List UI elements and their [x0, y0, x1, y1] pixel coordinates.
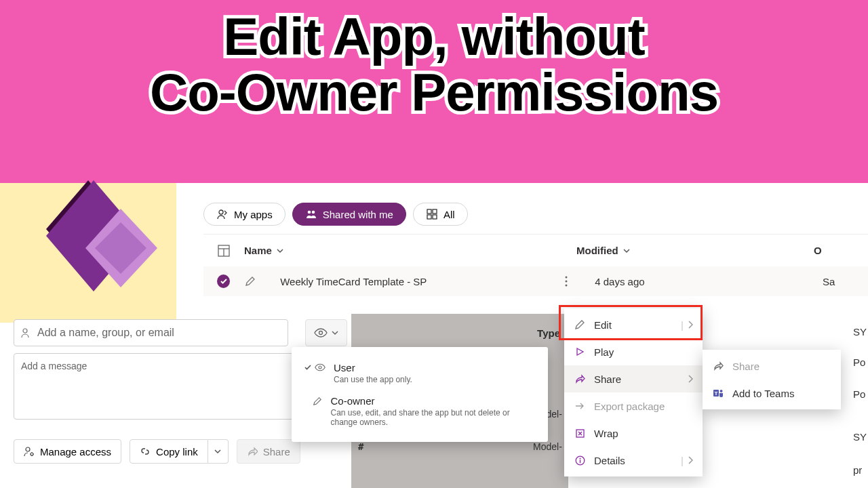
svg-rect-8 [433, 209, 437, 214]
play-icon [574, 346, 586, 358]
svg-point-18 [319, 331, 323, 335]
svg-point-6 [311, 211, 315, 214]
column-name-header[interactable]: Name [244, 245, 576, 256]
layout-icon [218, 245, 230, 257]
ctx-share-label: Share [594, 373, 621, 385]
ctx-play[interactable]: Play [564, 338, 703, 365]
app-table-row[interactable]: Weekly TimeCard Template - SP 4 days ago… [203, 266, 868, 296]
message-counter: 0 / 500 [14, 422, 334, 432]
people-icon [305, 208, 317, 220]
teams-icon: T [712, 387, 724, 399]
ctx-details-label: Details [594, 455, 625, 466]
svg-rect-10 [433, 215, 437, 219]
chevron-down-icon [623, 247, 631, 255]
hero-title: Edit App, without Co-Owner Permissions [0, 0, 868, 121]
filter-my-apps[interactable]: My apps [203, 203, 285, 226]
app-type-model2: Model- [533, 441, 562, 452]
role-user-title: User [334, 362, 412, 373]
ctx-edit[interactable]: Edit | [564, 311, 703, 338]
role-dropdown-button[interactable] [305, 319, 347, 346]
owner-stub: Po [853, 388, 865, 400]
share-arrow-icon [247, 446, 258, 457]
column-select-header[interactable] [203, 245, 244, 257]
owner-stub: Po [853, 357, 865, 368]
role-user-option[interactable]: User Can use the app only. [292, 357, 548, 390]
manage-access-label: Manage access [40, 446, 111, 458]
share-button-disabled: Share [237, 439, 300, 464]
svg-point-17 [23, 329, 27, 333]
chevron-down-icon [332, 330, 338, 336]
export-icon [574, 400, 586, 412]
edit-pencil-icon[interactable] [245, 276, 256, 287]
submenu-share[interactable]: Share [703, 352, 841, 380]
row-selected-indicator[interactable] [217, 274, 230, 288]
submenu-share-label: Share [732, 361, 760, 372]
eye-icon [314, 328, 328, 338]
add-people-placeholder: Add a name, group, or email [37, 327, 174, 339]
ctx-edit-label: Edit [594, 319, 612, 331]
copy-link-caret[interactable] [208, 439, 229, 464]
submenu-add-teams-label: Add to Teams [732, 388, 794, 399]
copy-link-split-button: Copy link [130, 439, 229, 464]
app-modified-cell: 4 days ago [595, 276, 823, 287]
svg-rect-9 [427, 215, 431, 219]
app-name-cell: Weekly TimeCard Template - SP [280, 276, 565, 287]
hero-line1: Edit App, without [223, 7, 644, 66]
svg-point-14 [566, 277, 568, 279]
svg-rect-7 [427, 209, 431, 214]
column-modified-label: Modified [576, 245, 618, 256]
hero-banner: Edit App, without Co-Owner Permissions [0, 0, 868, 183]
message-textarea[interactable]: Add a message [14, 353, 334, 420]
owner-stub: SY [853, 431, 867, 443]
chevron-right-icon [688, 456, 693, 464]
svg-point-4 [219, 210, 223, 214]
svg-text:T: T [715, 390, 718, 396]
link-icon [140, 446, 151, 457]
row-more-actions[interactable] [565, 276, 568, 287]
share-icon [574, 373, 586, 385]
svg-point-27 [579, 458, 580, 459]
powerapps-logo [41, 174, 163, 309]
column-modified-header[interactable]: Modified [576, 245, 814, 256]
ctx-play-label: Play [594, 346, 614, 358]
role-coowner-subtitle: Can use, edit, and share the app but not… [330, 408, 536, 427]
filter-all[interactable]: All [413, 203, 468, 226]
svg-point-31 [720, 390, 723, 392]
filter-shared-label: Shared with me [323, 209, 393, 220]
share-button-label: Share [263, 446, 290, 458]
share-actions-row: Manage access Copy link Share [14, 439, 300, 464]
ctx-share[interactable]: Share [564, 365, 703, 392]
chevron-down-icon [214, 449, 221, 454]
submenu-add-to-teams[interactable]: T Add to Teams [703, 380, 841, 407]
svg-point-24 [319, 366, 321, 369]
add-people-input[interactable]: Add a name, group, or email [14, 319, 288, 346]
info-icon [574, 454, 586, 466]
person-icon [216, 208, 229, 220]
column-owner-header[interactable]: O [814, 245, 861, 256]
copy-link-button[interactable]: Copy link [130, 439, 208, 464]
ctx-wrap-label: Wrap [594, 428, 618, 439]
ctx-export-package[interactable]: Export package [564, 392, 703, 420]
svg-point-23 [31, 453, 33, 455]
chevron-down-icon [276, 247, 284, 255]
role-coowner-option[interactable]: Co-owner Can use, edit, and share the ap… [292, 390, 548, 432]
ctx-wrap[interactable]: Wrap [564, 420, 703, 447]
svg-point-16 [566, 285, 568, 287]
filter-shared-with-me[interactable]: Shared with me [292, 203, 406, 226]
role-coowner-title: Co-owner [330, 395, 536, 407]
ctx-details[interactable]: Details | [564, 447, 703, 474]
column-name-label: Name [244, 245, 272, 256]
manage-access-button[interactable]: Manage access [14, 439, 121, 464]
svg-rect-28 [579, 460, 580, 463]
row-context-menu: Edit | Play Share Export package Wrap De… [564, 308, 703, 476]
person-add-icon [21, 327, 32, 338]
message-placeholder: Add a message [21, 361, 87, 371]
filter-all-label: All [443, 209, 455, 220]
ctx-export-label: Export package [594, 401, 665, 412]
app-table-header: Name Modified O [203, 234, 868, 266]
filter-my-apps-label: My apps [234, 209, 273, 220]
share-panel: Add a name, group, or email Add a messag… [14, 319, 288, 432]
role-dropdown: User Can use the app only. Co-owner Can … [292, 347, 548, 442]
chevron-right-icon [688, 321, 693, 329]
grid-icon [426, 208, 438, 220]
